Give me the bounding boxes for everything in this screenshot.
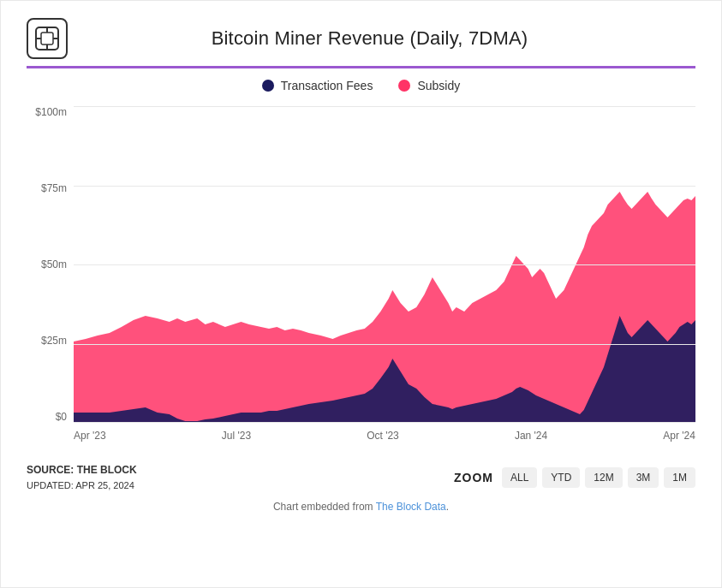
x-axis: Apr '23 Jul '23 Oct '23 Jan '24 Apr '24 bbox=[74, 423, 695, 448]
zoom-12m-button[interactable]: 12M bbox=[585, 467, 622, 488]
embed-link[interactable]: The Block Data bbox=[376, 501, 446, 513]
source-label: SOURCE: THE BLOCK bbox=[27, 462, 137, 478]
fees-dot bbox=[262, 80, 274, 92]
x-label-oct23: Oct '23 bbox=[367, 430, 399, 442]
chart-legend: Transaction Fees Subsidy bbox=[27, 79, 695, 92]
zoom-label: ZOOM bbox=[454, 471, 493, 484]
grid-line-25m bbox=[74, 344, 695, 345]
y-label-100m: $100m bbox=[27, 106, 74, 118]
subsidy-dot bbox=[398, 80, 410, 92]
grid-line-75m bbox=[74, 186, 695, 187]
y-axis: $100m $75m $50m $25m $0 bbox=[27, 106, 74, 423]
chart-header: Bitcoin Miner Revenue (Daily, 7DMA) bbox=[27, 18, 695, 59]
title-area: Bitcoin Miner Revenue (Daily, 7DMA) bbox=[85, 27, 654, 50]
y-label-0: $0 bbox=[27, 411, 74, 423]
updated-label: UPDATED: APR 25, 2024 bbox=[27, 478, 137, 494]
legend-item-fees: Transaction Fees bbox=[262, 79, 373, 92]
grid-line-50m bbox=[74, 264, 695, 265]
x-label-apr23: Apr '23 bbox=[74, 430, 106, 442]
zoom-area: ZOOM ALL YTD 12M 3M 1M bbox=[454, 467, 695, 488]
zoom-ytd-button[interactable]: YTD bbox=[542, 467, 580, 488]
zoom-1m-button[interactable]: 1M bbox=[664, 467, 695, 488]
chart-title: Bitcoin Miner Revenue (Daily, 7DMA) bbox=[85, 27, 654, 50]
embed-text: Chart embedded from bbox=[273, 501, 376, 513]
legend-item-subsidy: Subsidy bbox=[398, 79, 460, 92]
chart-footer: SOURCE: THE BLOCK UPDATED: APR 25, 2024 … bbox=[27, 457, 695, 494]
zoom-all-button[interactable]: ALL bbox=[502, 467, 537, 488]
grid-line-top bbox=[74, 106, 695, 107]
chart-container: Bitcoin Miner Revenue (Daily, 7DMA) Tran… bbox=[0, 0, 722, 588]
subsidy-label: Subsidy bbox=[417, 79, 460, 92]
embed-note: Chart embedded from The Block Data. bbox=[27, 501, 695, 513]
logo-icon bbox=[27, 18, 68, 59]
accent-line bbox=[27, 66, 695, 68]
chart-inner bbox=[74, 106, 695, 423]
x-label-jul23: Jul '23 bbox=[222, 430, 251, 442]
embed-suffix: . bbox=[446, 501, 449, 513]
source-info: SOURCE: THE BLOCK UPDATED: APR 25, 2024 bbox=[27, 462, 137, 494]
y-label-50m: $50m bbox=[27, 258, 74, 270]
y-label-75m: $75m bbox=[27, 182, 74, 194]
x-label-jan24: Jan '24 bbox=[515, 430, 547, 442]
y-label-25m: $25m bbox=[27, 335, 74, 347]
x-label-apr24: Apr '24 bbox=[663, 430, 695, 442]
fees-label: Transaction Fees bbox=[281, 79, 373, 92]
grid-lines bbox=[74, 106, 695, 423]
zoom-3m-button[interactable]: 3M bbox=[628, 467, 659, 488]
svg-rect-1 bbox=[41, 33, 53, 45]
chart-area: $100m $75m $50m $25m $0 bbox=[27, 106, 695, 448]
